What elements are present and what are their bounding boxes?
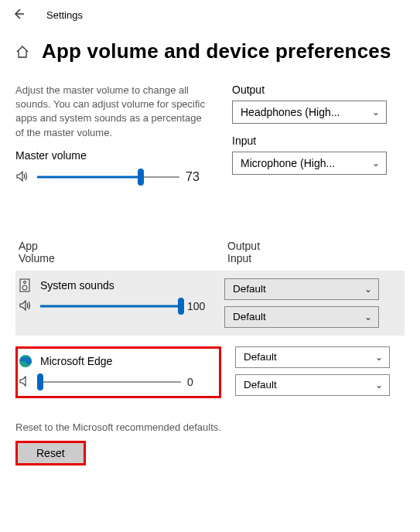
reset-description: Reset to the Microsoft recommended defau…: [15, 421, 405, 433]
master-volume-label: Master volume: [15, 149, 209, 162]
select-value: Default: [244, 379, 277, 390]
output-column-header: Output: [227, 240, 260, 252]
edge-value: 0: [187, 376, 210, 388]
output-device-value: Headphones (High...: [241, 106, 340, 118]
edge-slider[interactable]: [40, 376, 181, 388]
chevron-down-icon: ⌄: [375, 352, 383, 363]
chevron-down-icon: ⌄: [375, 380, 383, 390]
back-button[interactable]: [12, 8, 28, 22]
output-label: Output: [232, 84, 387, 96]
edge-output-select[interactable]: Default ⌄: [235, 346, 390, 368]
home-icon[interactable]: [15, 45, 29, 59]
chevron-down-icon: ⌄: [372, 158, 380, 169]
chevron-down-icon: ⌄: [364, 284, 372, 295]
speaker-icon: [19, 278, 32, 292]
app-name: Microsoft Edge: [40, 355, 112, 367]
edge-icon: [19, 354, 32, 368]
page-title: App volume and device preferences: [42, 39, 391, 63]
volume-column-header: Volume: [19, 252, 227, 264]
settings-label: Settings: [46, 9, 83, 21]
system-sounds-slider[interactable]: [40, 300, 181, 312]
volume-icon: [15, 169, 31, 186]
input-column-header: Input: [227, 252, 260, 264]
chevron-down-icon: ⌄: [372, 107, 380, 118]
description-text: Adjust the master volume to change all s…: [15, 84, 209, 140]
system-sounds-value: 100: [187, 300, 210, 312]
select-value: Default: [233, 311, 266, 322]
reset-button[interactable]: Reset: [15, 441, 86, 466]
app-row-system-sounds: System sounds 100 Default ⌄ Default: [15, 271, 405, 336]
svg-point-2: [24, 281, 26, 283]
app-row-microsoft-edge: Microsoft Edge 0: [15, 346, 221, 398]
input-device-select[interactable]: Microphone (High... ⌄: [232, 152, 387, 175]
master-volume-slider[interactable]: [37, 171, 179, 183]
chevron-down-icon: ⌄: [364, 312, 372, 322]
input-label: Input: [232, 135, 387, 147]
master-volume-value: 73: [186, 170, 209, 184]
volume-icon: [19, 298, 34, 315]
system-sounds-output-select[interactable]: Default ⌄: [224, 278, 379, 300]
system-sounds-input-select[interactable]: Default ⌄: [224, 306, 379, 328]
edge-input-select[interactable]: Default ⌄: [235, 374, 390, 396]
input-device-value: Microphone (High...: [241, 157, 335, 169]
app-name: System sounds: [40, 279, 114, 292]
select-value: Default: [233, 283, 266, 295]
select-value: Default: [244, 351, 277, 363]
svg-point-1: [22, 285, 27, 290]
volume-mute-icon: [19, 374, 34, 390]
app-column-header: App: [19, 240, 227, 252]
output-device-select[interactable]: Headphones (High... ⌄: [232, 101, 387, 124]
